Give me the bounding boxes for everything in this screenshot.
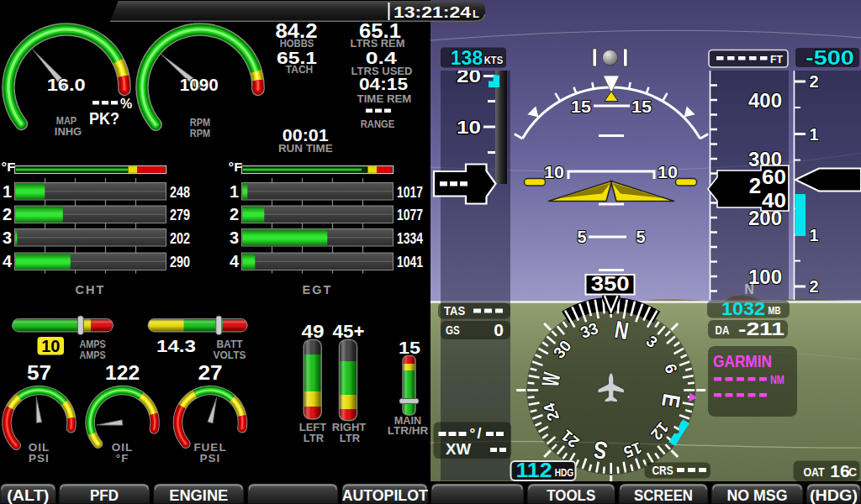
svg-text:OAT: OAT [803, 465, 825, 479]
svg-text:112: 112 [516, 459, 552, 481]
svg-text:5: 5 [577, 228, 586, 246]
svg-text:1: 1 [809, 226, 818, 244]
svg-text:LTR/HR: LTR/HR [388, 424, 429, 437]
svg-text:13:21:24: 13:21:24 [394, 3, 472, 21]
svg-text:1077: 1077 [397, 207, 423, 223]
svg-text:TACH: TACH [286, 63, 313, 76]
svg-text:TIME REM: TIME REM [357, 92, 412, 105]
svg-text:248: 248 [170, 184, 190, 201]
svg-text:15: 15 [399, 338, 420, 357]
svg-text:27: 27 [198, 361, 223, 384]
svg-text:1032: 1032 [721, 298, 765, 319]
svg-text:4: 4 [3, 252, 13, 270]
svg-text:1: 1 [3, 182, 12, 201]
svg-text:400: 400 [748, 89, 782, 112]
svg-text:2: 2 [809, 72, 818, 91]
svg-text:10: 10 [544, 163, 564, 181]
svg-text:5: 5 [636, 228, 645, 246]
svg-text:1041: 1041 [397, 254, 423, 270]
svg-text:MB: MB [769, 305, 781, 317]
svg-text:10: 10 [658, 163, 678, 181]
svg-text:350: 350 [591, 273, 630, 295]
svg-text:DA: DA [716, 323, 730, 337]
svg-text:1017: 1017 [397, 184, 423, 201]
svg-text:%: % [120, 97, 132, 111]
svg-text:°F: °F [2, 160, 16, 174]
svg-text:HDG: HDG [555, 467, 574, 479]
svg-text:EGT: EGT [303, 283, 333, 297]
svg-text:40: 40 [762, 189, 786, 212]
svg-text:2: 2 [749, 173, 761, 198]
svg-text:TAS: TAS [444, 304, 465, 318]
svg-text:1: 1 [230, 182, 239, 201]
svg-text:TOOLS: TOOLS [547, 486, 595, 504]
svg-text:°F: °F [229, 160, 243, 174]
svg-text:10: 10 [457, 117, 481, 138]
svg-text:N: N [744, 282, 754, 297]
svg-text:L: L [473, 8, 479, 20]
svg-text:PK?: PK? [89, 109, 119, 128]
svg-text:60: 60 [762, 165, 786, 188]
svg-text:279: 279 [170, 207, 190, 223]
svg-text:0: 0 [494, 320, 504, 339]
svg-text:(ALT): (ALT) [7, 486, 49, 504]
svg-text:2: 2 [230, 205, 239, 223]
svg-text:04:15: 04:15 [359, 75, 408, 93]
svg-text:CRS: CRS [652, 464, 673, 477]
svg-text:2: 2 [809, 277, 818, 296]
svg-text:NM: NM [770, 373, 784, 386]
svg-text:LTR: LTR [340, 432, 361, 444]
svg-text:°: ° [470, 426, 476, 442]
svg-text:C: C [848, 465, 857, 479]
svg-text:LTRS REM: LTRS REM [351, 37, 405, 50]
svg-text:(HDG): (HDG) [810, 486, 858, 504]
svg-text:NO MSG: NO MSG [727, 486, 788, 504]
svg-text:AMPS: AMPS [79, 349, 105, 361]
svg-text:CHT: CHT [76, 283, 106, 297]
svg-text:1334: 1334 [397, 230, 423, 247]
svg-text:2: 2 [3, 205, 12, 223]
svg-text:15: 15 [571, 97, 591, 116]
svg-text:FT: FT [770, 54, 783, 66]
svg-text:10: 10 [41, 337, 60, 355]
svg-text:RANGE: RANGE [361, 118, 395, 130]
svg-text:138: 138 [451, 47, 483, 69]
svg-text:ENGINE: ENGINE [169, 486, 228, 504]
svg-text:1: 1 [809, 125, 818, 144]
svg-text:57: 57 [27, 361, 51, 384]
svg-text:PSI: PSI [200, 452, 221, 465]
svg-text:PFD: PFD [90, 486, 119, 504]
svg-text:14.3: 14.3 [156, 337, 196, 355]
svg-text:LTR: LTR [304, 432, 325, 444]
svg-text:HOBBS: HOBBS [280, 37, 314, 50]
svg-text:AUTOPILOT: AUTOPILOT [342, 486, 428, 504]
svg-text:-211: -211 [738, 318, 784, 339]
svg-text:290: 290 [170, 254, 190, 270]
svg-text:INHG: INHG [55, 125, 82, 138]
svg-text:XW: XW [446, 441, 471, 458]
svg-text:/: / [477, 425, 481, 442]
svg-text:GARMIN: GARMIN [713, 351, 772, 370]
svg-text:°F: °F [116, 452, 129, 465]
svg-text:49: 49 [302, 321, 325, 342]
svg-text:3: 3 [230, 228, 239, 247]
svg-text:3: 3 [3, 228, 12, 247]
svg-text:15: 15 [631, 97, 652, 116]
svg-text:RPM: RPM [190, 127, 210, 139]
svg-text:16: 16 [830, 461, 849, 480]
svg-text:122: 122 [105, 361, 140, 384]
svg-text:VOLTS: VOLTS [214, 349, 246, 361]
svg-text:1090: 1090 [180, 76, 219, 94]
svg-text:KTS: KTS [484, 55, 504, 66]
svg-text:4: 4 [230, 252, 240, 270]
svg-text:16.0: 16.0 [47, 76, 86, 94]
svg-text:202: 202 [170, 230, 190, 247]
svg-text:GS: GS [446, 323, 460, 337]
svg-text:45+: 45+ [333, 321, 365, 342]
svg-text:RUN TIME: RUN TIME [278, 142, 333, 155]
svg-text:-500: -500 [806, 46, 854, 69]
svg-text:SCREEN: SCREEN [634, 486, 693, 504]
svg-text:PSI: PSI [29, 452, 50, 465]
